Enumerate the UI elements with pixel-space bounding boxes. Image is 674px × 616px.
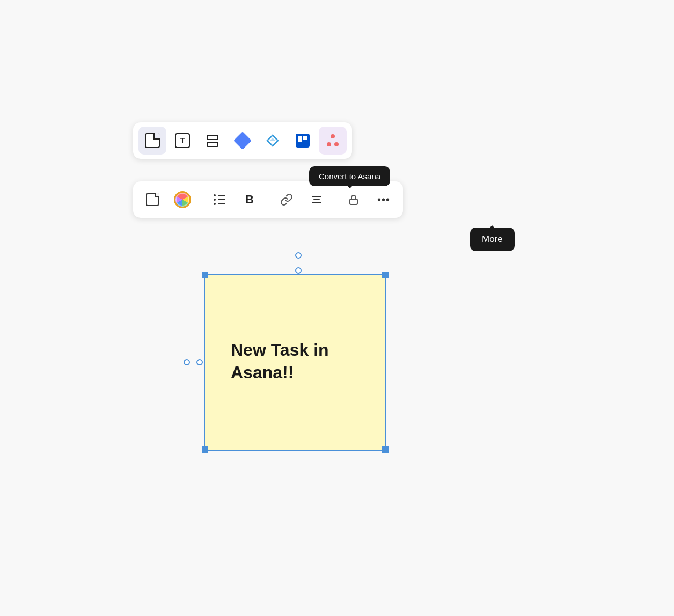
svg-rect-0 (350, 199, 357, 204)
bold-button[interactable]: B (236, 186, 263, 214)
sticky-note-icon (145, 133, 160, 148)
sticky-note-line2: Asana!! (231, 362, 329, 384)
text-icon: T (175, 133, 190, 148)
bold-icon: B (245, 193, 254, 207)
lock-icon (348, 194, 360, 206)
shape-tool-button[interactable] (199, 127, 226, 155)
mirror-icon (265, 133, 280, 148)
convert-to-asana-tooltip: Convert to Asana (309, 166, 390, 186)
handle-bottom-center[interactable] (295, 252, 302, 259)
shape-icon (207, 135, 218, 147)
sticky-note-tool-button[interactable] (138, 127, 166, 155)
color-picker-button[interactable] (169, 186, 196, 214)
list-icon (214, 194, 225, 205)
color-circle-icon (174, 191, 191, 208)
trello-icon (296, 134, 310, 148)
handle-corner-tl[interactable] (202, 272, 208, 278)
link-icon (280, 193, 293, 206)
list-button[interactable] (206, 186, 233, 214)
toolbar-divider-3 (335, 190, 335, 209)
toolbar-format: B ••• (133, 181, 403, 218)
sticky-note-text: New Task in Asana!! (231, 339, 329, 384)
more-button[interactable]: ••• (370, 186, 398, 214)
sticky-note[interactable]: New Task in Asana!! (204, 274, 386, 451)
align-icon (312, 196, 321, 203)
tooltip-more-text: More (482, 234, 503, 244)
diamond-icon (233, 131, 252, 150)
more-dots-icon: ••• (377, 194, 390, 206)
notion-tool-button[interactable] (229, 127, 257, 155)
mirror-tool-button[interactable] (259, 127, 287, 155)
asana-icon (326, 134, 340, 148)
lock-button[interactable] (340, 186, 368, 214)
tooltip-asana-text: Convert to Asana (319, 172, 380, 181)
more-tooltip: More (470, 228, 515, 251)
sticky-fmt-icon (146, 193, 159, 206)
handle-right-center[interactable] (184, 359, 190, 365)
link-button[interactable] (273, 186, 301, 214)
toolbar-divider-2 (268, 190, 268, 209)
toolbar-apps: T (133, 122, 352, 159)
trello-tool-button[interactable] (289, 127, 317, 155)
handle-left-center[interactable] (196, 359, 203, 365)
text-tool-button[interactable]: T (169, 127, 196, 155)
sticky-format-button[interactable] (138, 186, 166, 214)
handle-top-center[interactable] (295, 267, 302, 274)
toolbar-divider-1 (201, 190, 201, 209)
handle-corner-bl[interactable] (202, 446, 208, 453)
handle-corner-tr[interactable] (382, 272, 389, 278)
align-button[interactable] (303, 186, 331, 214)
asana-tool-button[interactable] (319, 127, 347, 155)
handle-corner-br[interactable] (382, 446, 389, 453)
sticky-note-line1: New Task in (231, 339, 329, 362)
